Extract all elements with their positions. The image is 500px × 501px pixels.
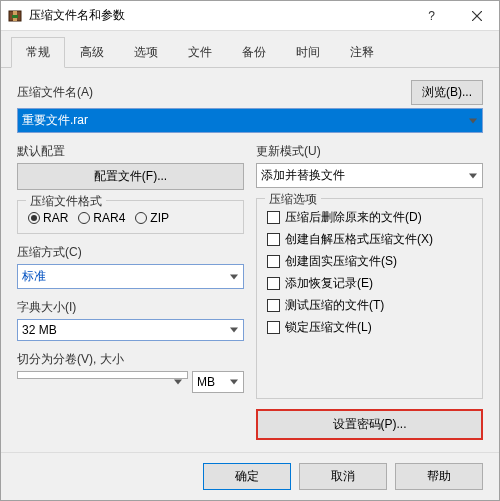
format-group: 压缩文件格式 RAR RAR4 ZIP [17, 200, 244, 234]
app-icon [7, 8, 23, 24]
method-label: 压缩方式(C) [17, 244, 244, 261]
browse-button[interactable]: 浏览(B)... [411, 80, 483, 105]
window-controls: ? [409, 1, 499, 30]
split-size-input[interactable] [17, 371, 188, 379]
tab-comment[interactable]: 注释 [335, 37, 389, 67]
tab-options[interactable]: 选项 [119, 37, 173, 67]
dict-select[interactable]: 32 MB [17, 319, 244, 341]
radio-icon [78, 212, 90, 224]
format-title: 压缩文件格式 [26, 193, 106, 210]
titlebar: 压缩文件名和参数 ? [1, 1, 499, 31]
checkbox-icon [267, 299, 280, 312]
check-test[interactable]: 测试压缩的文件(T) [267, 297, 472, 314]
help-footer-button[interactable]: 帮助 [395, 463, 483, 490]
split-unit-select[interactable]: MB [192, 371, 244, 393]
radio-rar[interactable]: RAR [28, 211, 68, 225]
check-solid[interactable]: 创建固实压缩文件(S) [267, 253, 472, 270]
filename-input[interactable]: 重要文件.rar [17, 108, 483, 133]
set-password-button[interactable]: 设置密码(P)... [256, 409, 483, 440]
check-sfx[interactable]: 创建自解压格式压缩文件(X) [267, 231, 472, 248]
dialog-window: 压缩文件名和参数 ? 常规 高级 选项 文件 备份 时间 注释 压缩文件名(A)… [0, 0, 500, 501]
close-icon [472, 11, 482, 21]
ok-button[interactable]: 确定 [203, 463, 291, 490]
tab-advanced[interactable]: 高级 [65, 37, 119, 67]
radio-icon [135, 212, 147, 224]
right-column: 更新模式(U) 添加并替换文件 压缩选项 压缩后删除原来的文件(D) 创建自解压… [256, 143, 483, 440]
tab-general[interactable]: 常规 [11, 37, 65, 68]
cancel-button[interactable]: 取消 [299, 463, 387, 490]
update-label: 更新模式(U) [256, 143, 483, 160]
close-button[interactable] [454, 1, 499, 30]
update-select[interactable]: 添加并替换文件 [256, 163, 483, 188]
radio-rar4[interactable]: RAR4 [78, 211, 125, 225]
window-title: 压缩文件名和参数 [29, 7, 409, 24]
split-label: 切分为分卷(V), 大小 [17, 351, 244, 368]
check-lock[interactable]: 锁定压缩文件(L) [267, 319, 472, 336]
checkbox-icon [267, 321, 280, 334]
tab-backup[interactable]: 备份 [227, 37, 281, 67]
left-column: 默认配置 配置文件(F)... 压缩文件格式 RAR RAR4 ZIP 压缩方式… [17, 143, 244, 440]
svg-rect-2 [12, 15, 18, 18]
check-recovery[interactable]: 添加恢复记录(E) [267, 275, 472, 292]
checkbox-icon [267, 277, 280, 290]
options-title: 压缩选项 [265, 191, 321, 208]
checkbox-icon [267, 233, 280, 246]
checkbox-icon [267, 211, 280, 224]
filename-label: 压缩文件名(A) [17, 84, 93, 101]
help-button[interactable]: ? [409, 1, 454, 30]
profile-button[interactable]: 配置文件(F)... [17, 163, 244, 190]
tab-time[interactable]: 时间 [281, 37, 335, 67]
check-delete-after[interactable]: 压缩后删除原来的文件(D) [267, 209, 472, 226]
radio-icon [28, 212, 40, 224]
default-profile-label: 默认配置 [17, 143, 244, 160]
tab-bar: 常规 高级 选项 文件 备份 时间 注释 [1, 31, 499, 68]
dialog-footer: 确定 取消 帮助 [1, 452, 499, 500]
radio-zip[interactable]: ZIP [135, 211, 169, 225]
options-group: 压缩选项 压缩后删除原来的文件(D) 创建自解压格式压缩文件(X) 创建固实压缩… [256, 198, 483, 399]
method-select[interactable]: 标准 [17, 264, 244, 289]
content-area: 压缩文件名(A) 浏览(B)... 重要文件.rar 默认配置 配置文件(F).… [1, 68, 499, 452]
dict-label: 字典大小(I) [17, 299, 244, 316]
checkbox-icon [267, 255, 280, 268]
tab-files[interactable]: 文件 [173, 37, 227, 67]
